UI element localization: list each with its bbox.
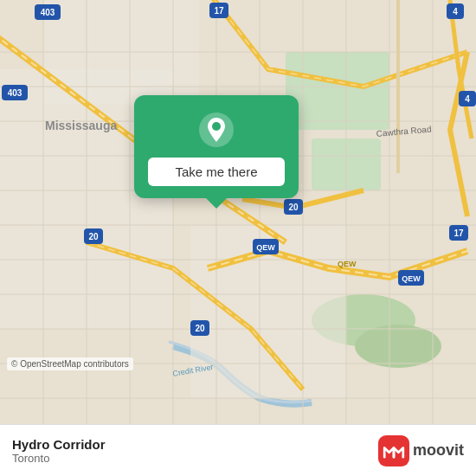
- svg-rect-1: [286, 52, 389, 130]
- svg-text:17: 17: [453, 228, 464, 238]
- svg-text:20: 20: [288, 203, 299, 212]
- place-name: Hydro Corridor: [12, 437, 106, 452]
- svg-text:4: 4: [453, 7, 458, 16]
- svg-point-4: [355, 325, 441, 368]
- svg-text:20: 20: [195, 324, 205, 333]
- map-container: 403 403 17 17 4 4 QEW QEW 20 20 20 Missi: [0, 0, 476, 424]
- popup-card: Take me there: [134, 95, 299, 198]
- moovit-brand-icon: [378, 435, 409, 466]
- svg-text:17: 17: [214, 6, 224, 16]
- svg-text:403: 403: [8, 88, 23, 98]
- svg-point-57: [212, 122, 221, 131]
- moovit-text: moovit: [413, 441, 464, 460]
- bottom-bar: Hydro Corridor Toronto moovit: [0, 424, 476, 476]
- svg-text:QEW: QEW: [338, 260, 357, 268]
- take-me-there-button[interactable]: Take me there: [148, 158, 285, 186]
- svg-text:Mississauga: Mississauga: [45, 119, 117, 132]
- osm-credit: © OpenStreetMap contributors: [7, 357, 133, 370]
- place-info: Hydro Corridor Toronto: [12, 437, 106, 465]
- location-pin-icon: [197, 111, 235, 149]
- svg-text:QEW: QEW: [402, 274, 421, 283]
- svg-text:20: 20: [88, 232, 99, 241]
- place-city: Toronto: [12, 452, 106, 465]
- svg-text:403: 403: [41, 8, 55, 17]
- svg-text:4: 4: [465, 94, 470, 104]
- moovit-logo: moovit: [378, 435, 464, 466]
- svg-text:QEW: QEW: [256, 243, 275, 252]
